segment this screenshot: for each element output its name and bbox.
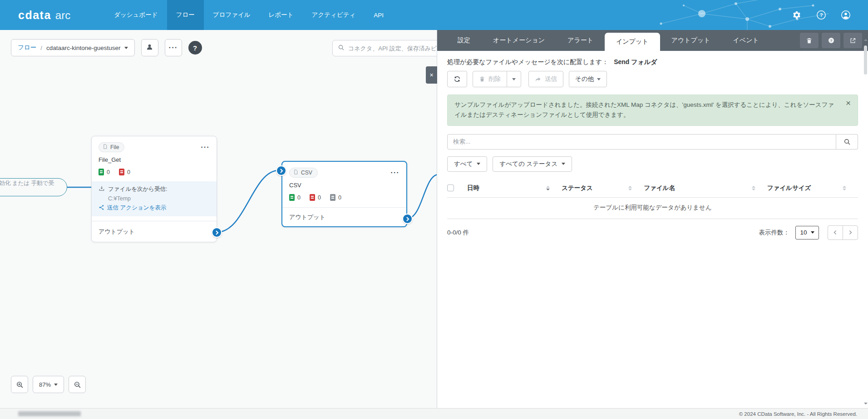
filter-status-dropdown[interactable]: すべての ステータス bbox=[493, 156, 572, 172]
file-success-stat: 0 bbox=[99, 169, 110, 175]
panel-tab-actions: ? bbox=[800, 33, 862, 48]
receive-trigger-pill[interactable]: を有効化 または 手動で受信 bbox=[0, 178, 67, 196]
nav-item-activity[interactable]: アクティビティ bbox=[303, 0, 365, 30]
more-actions-button[interactable]: その他 bbox=[569, 71, 607, 87]
zoom-level-dropdown[interactable]: 87% bbox=[33, 376, 64, 393]
csv-node-stats: 0 0 0 bbox=[282, 194, 406, 201]
scroll-down-arrow-icon[interactable] bbox=[864, 403, 868, 404]
canvas-zoom-controls: 87% bbox=[11, 376, 86, 393]
main-area: フロー / cdataarc-kintone-guestuser ··· ? bbox=[0, 30, 868, 408]
sort-icons bbox=[752, 186, 755, 190]
column-header-filename[interactable]: ファイル名 bbox=[644, 184, 767, 192]
navbar-actions: ? bbox=[790, 8, 853, 22]
breadcrumb-flows-link[interactable]: フロー bbox=[18, 44, 36, 52]
scrollbar-thumb[interactable] bbox=[864, 45, 867, 75]
account-icon[interactable] bbox=[839, 8, 853, 22]
brand-bold: cdata bbox=[18, 9, 51, 22]
previous-page-button[interactable] bbox=[828, 225, 843, 240]
cdata-arc-logo[interactable]: cdata arc bbox=[18, 9, 70, 22]
tab-output[interactable]: アウトプット bbox=[660, 30, 722, 51]
page-size-label: 表示件数： bbox=[759, 229, 790, 237]
nav-item-api[interactable]: API bbox=[365, 0, 393, 30]
csv-error-count: 0 bbox=[318, 195, 321, 201]
tab-events[interactable]: イベント bbox=[722, 30, 770, 51]
flow-permissions-button[interactable] bbox=[141, 39, 158, 56]
connector-detail-panel: × 設定 オートメーション アラート インプット アウトプット イベント ? bbox=[437, 30, 868, 408]
input-tab-content: 処理が必要なファイルやメッセージを次に配置します： Send フォルダ 削除 bbox=[437, 51, 868, 408]
zoom-out-button[interactable] bbox=[69, 376, 86, 393]
chevron-down-icon bbox=[562, 163, 565, 165]
download-icon bbox=[99, 185, 105, 193]
panel-help-button[interactable]: ? bbox=[822, 33, 840, 48]
filter-all-dropdown[interactable]: すべて bbox=[447, 156, 487, 172]
send-files-button[interactable]: 送信 bbox=[528, 71, 563, 87]
show-send-actions-link[interactable]: 送信 アクションを表示 bbox=[99, 204, 210, 212]
pager-buttons bbox=[828, 225, 858, 240]
delete-connector-button[interactable] bbox=[800, 33, 819, 48]
file-search-input[interactable] bbox=[447, 134, 836, 150]
tab-alerts[interactable]: アラート bbox=[556, 30, 605, 51]
zoom-in-button[interactable] bbox=[11, 376, 28, 393]
canvas-search-input[interactable] bbox=[348, 45, 437, 52]
column-label: ステータス bbox=[562, 184, 593, 192]
csv-connector-node[interactable]: CSV ··· CSV 0 0 0 bbox=[281, 161, 407, 227]
file-node-badge: File bbox=[99, 142, 124, 152]
chevron-left-icon bbox=[833, 230, 837, 235]
column-header-filesize[interactable]: ファイルサイズ bbox=[767, 184, 858, 192]
panel-collapse-button[interactable]: × bbox=[426, 66, 437, 84]
sort-icons bbox=[843, 186, 846, 190]
select-all-checkbox[interactable] bbox=[447, 185, 454, 191]
tab-settings[interactable]: 設定 bbox=[446, 30, 482, 51]
nav-item-flows[interactable]: フロー bbox=[167, 0, 204, 30]
wire-csv-to-next bbox=[407, 175, 437, 219]
pagination-controls: 表示件数： 10 bbox=[759, 225, 858, 240]
sample-file-alert: サンプルファイルがアップロードされました。接続されたXML Map コネクタは、… bbox=[447, 95, 858, 126]
nav-item-reports[interactable]: レポート bbox=[260, 0, 303, 30]
nav-item-profiles[interactable]: プロファイル bbox=[204, 0, 260, 30]
scroll-up-arrow-icon[interactable] bbox=[864, 39, 868, 41]
column-header-status[interactable]: ステータス bbox=[562, 184, 644, 192]
file-output-connector[interactable] bbox=[212, 227, 222, 238]
refresh-button[interactable] bbox=[447, 71, 467, 87]
open-in-new-window-button[interactable] bbox=[843, 33, 862, 48]
tab-input[interactable]: インプット bbox=[605, 33, 660, 51]
page-size-select[interactable]: 10 bbox=[795, 226, 819, 239]
csv-node-header: CSV ··· bbox=[282, 162, 406, 178]
csv-output-connector[interactable] bbox=[402, 214, 413, 224]
person-icon bbox=[146, 43, 153, 53]
csv-input-connector[interactable] bbox=[276, 165, 286, 176]
breadcrumb-separator: / bbox=[40, 45, 42, 51]
send-button-label: 送信 bbox=[545, 75, 557, 83]
flow-breadcrumb-selector[interactable]: フロー / cdataarc-kintone-guestuser bbox=[11, 39, 135, 56]
file-search-group bbox=[447, 134, 858, 150]
nav-item-dashboard[interactable]: ダッシュボード bbox=[105, 0, 167, 30]
delete-options-caret-button[interactable] bbox=[507, 71, 521, 87]
help-icon[interactable]: ? bbox=[814, 8, 828, 22]
alert-close-icon[interactable]: × bbox=[846, 99, 851, 107]
canvas-help-button[interactable]: ? bbox=[188, 41, 202, 55]
column-header-datetime[interactable]: 日時 bbox=[467, 184, 562, 192]
svg-text:?: ? bbox=[820, 12, 823, 18]
file-node-menu-icon[interactable]: ··· bbox=[201, 145, 210, 149]
column-label: 日時 bbox=[467, 184, 479, 192]
panel-tab-bar: 設定 オートメーション アラート インプット アウトプット イベント ? bbox=[437, 30, 868, 51]
file-node-header: File ··· bbox=[92, 136, 217, 152]
next-page-button[interactable] bbox=[843, 225, 858, 240]
csv-error-stat: 0 bbox=[310, 194, 321, 201]
vertical-scrollbar[interactable] bbox=[863, 39, 868, 404]
flow-canvas[interactable]: フロー / cdataarc-kintone-guestuser ··· ? bbox=[0, 30, 437, 408]
file-search-button[interactable] bbox=[836, 134, 858, 150]
page-size-value: 10 bbox=[800, 229, 807, 236]
settings-gear-icon[interactable] bbox=[790, 8, 804, 22]
file-connector-node[interactable]: File ··· File_Get 0 0 bbox=[91, 136, 217, 242]
question-circle-icon: ? bbox=[828, 37, 835, 44]
receive-from-row: ファイルを次から受信: bbox=[99, 185, 210, 193]
main-nav: ダッシュボード フロー プロファイル レポート アクティビティ API bbox=[105, 0, 393, 30]
file-node-title: File_Get bbox=[92, 156, 217, 163]
tab-automation[interactable]: オートメーション bbox=[482, 30, 556, 51]
flow-more-options-button[interactable]: ··· bbox=[165, 39, 182, 56]
delete-files-button[interactable]: 削除 bbox=[473, 71, 507, 87]
csv-node-menu-icon[interactable]: ··· bbox=[391, 171, 400, 175]
search-icon bbox=[843, 138, 851, 145]
success-file-icon bbox=[289, 194, 295, 201]
